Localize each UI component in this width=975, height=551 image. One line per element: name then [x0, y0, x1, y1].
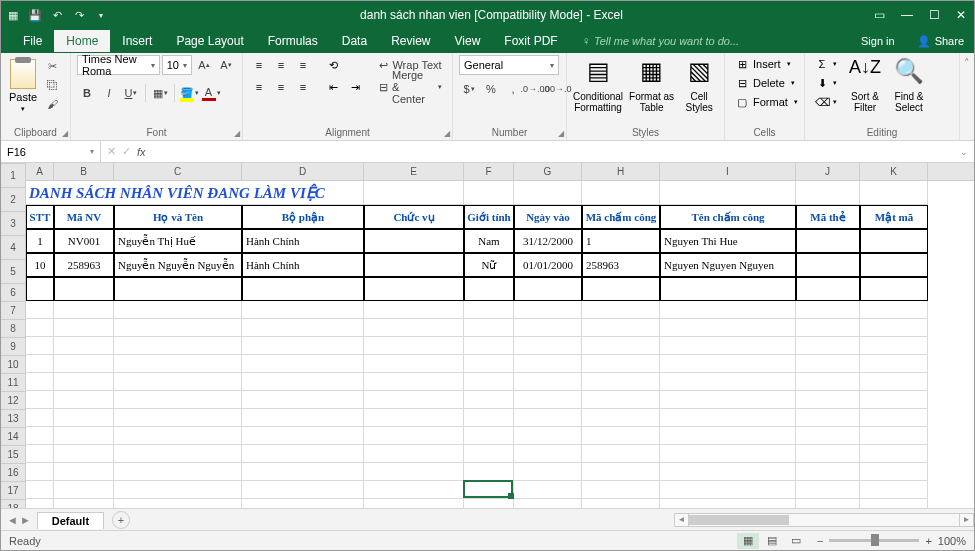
cell[interactable] [660, 499, 796, 508]
row-header[interactable]: 8 [1, 320, 25, 338]
cell[interactable] [514, 499, 582, 508]
cell[interactable]: Mã NV [54, 205, 114, 229]
cell[interactable] [464, 277, 514, 301]
sheet-nav-next-icon[interactable]: ► [20, 514, 31, 526]
col-header[interactable]: A [26, 163, 54, 180]
cell[interactable] [796, 481, 860, 499]
cell[interactable] [464, 481, 514, 499]
col-header[interactable]: C [114, 163, 242, 180]
cell[interactable] [582, 445, 660, 463]
cell[interactable]: Bộ phận [242, 205, 364, 229]
tab-foxit[interactable]: Foxit PDF [492, 30, 569, 52]
cell[interactable] [860, 253, 928, 277]
row-header[interactable]: 18 [1, 500, 25, 508]
cell[interactable] [860, 427, 928, 445]
qat-customize-icon[interactable]: ▾ [93, 11, 109, 20]
cell[interactable] [464, 409, 514, 427]
cell[interactable] [26, 481, 54, 499]
cell[interactable] [26, 499, 54, 508]
cell[interactable] [364, 445, 464, 463]
cell[interactable] [514, 373, 582, 391]
col-header[interactable]: J [796, 163, 860, 180]
collapse-ribbon-icon[interactable]: ˄ [964, 57, 970, 70]
cell[interactable] [364, 301, 464, 319]
cell[interactable]: NV001 [54, 229, 114, 253]
row-header[interactable]: 3 [1, 212, 25, 236]
cell[interactable] [26, 373, 54, 391]
sheet-nav-prev-icon[interactable]: ◄ [7, 514, 18, 526]
expand-formula-bar-icon[interactable]: ⌄ [954, 147, 974, 157]
cell[interactable]: 1 [582, 229, 660, 253]
cell[interactable] [242, 301, 364, 319]
cell[interactable] [582, 499, 660, 508]
cell[interactable] [364, 499, 464, 508]
cell[interactable]: Nữ [464, 253, 514, 277]
cell[interactable] [54, 277, 114, 301]
cell[interactable] [54, 409, 114, 427]
row-header[interactable]: 16 [1, 464, 25, 482]
name-box[interactable]: F16▾ [1, 141, 101, 162]
cell[interactable] [364, 427, 464, 445]
cell[interactable]: DANH SÁCH NHÂN VIÊN ĐANG LÀM VIỆC [26, 181, 364, 205]
cell[interactable] [364, 391, 464, 409]
cell[interactable] [242, 277, 364, 301]
col-header[interactable]: E [364, 163, 464, 180]
view-page-layout-icon[interactable]: ▤ [761, 533, 783, 549]
cell-styles-button[interactable]: ▧Cell Styles [680, 55, 718, 113]
cell[interactable] [660, 409, 796, 427]
cell[interactable] [660, 277, 796, 301]
cell[interactable] [582, 319, 660, 337]
font-name-combo[interactable]: Times New Roma▾ [77, 55, 160, 75]
cell[interactable]: Hành Chính [242, 229, 364, 253]
sort-filter-button[interactable]: A↓ZSort & Filter [845, 55, 885, 113]
cell[interactable]: Họ và Tên [114, 205, 242, 229]
shrink-font-icon[interactable]: A▾ [216, 55, 236, 75]
cells-delete-button[interactable]: ⊟Delete▾ [731, 74, 802, 92]
font-color-icon[interactable]: A [201, 83, 221, 103]
cell[interactable] [860, 355, 928, 373]
sheet-tab-default[interactable]: Default [37, 512, 104, 529]
undo-icon[interactable]: ↶ [49, 9, 65, 22]
cell[interactable] [514, 481, 582, 499]
cell[interactable] [514, 463, 582, 481]
cell[interactable] [242, 463, 364, 481]
cell[interactable] [54, 301, 114, 319]
cell[interactable] [860, 409, 928, 427]
cell[interactable] [114, 463, 242, 481]
cell[interactable] [860, 463, 928, 481]
zoom-in-icon[interactable]: + [925, 535, 931, 547]
cell[interactable] [242, 427, 364, 445]
cell[interactable] [26, 355, 54, 373]
cell[interactable] [514, 445, 582, 463]
alignment-launcher-icon[interactable]: ◢ [444, 129, 450, 138]
cell[interactable] [242, 337, 364, 355]
cell[interactable] [660, 337, 796, 355]
worksheet-grid[interactable]: 12345678910111213141516171819 ABCDEFGHIJ… [1, 163, 974, 508]
row-header[interactable]: 13 [1, 410, 25, 428]
cell[interactable] [54, 427, 114, 445]
cell[interactable] [464, 463, 514, 481]
cell[interactable] [582, 277, 660, 301]
cell[interactable] [242, 481, 364, 499]
cell[interactable]: Nguyễn Thị Huế [114, 229, 242, 253]
indent-increase-icon[interactable]: ⇥ [345, 77, 365, 97]
cell[interactable] [242, 499, 364, 508]
tab-pagelayout[interactable]: Page Layout [164, 30, 255, 52]
cell[interactable] [26, 277, 54, 301]
cell[interactable]: 258963 [582, 253, 660, 277]
cell[interactable] [796, 427, 860, 445]
cell[interactable] [464, 301, 514, 319]
cell[interactable] [54, 319, 114, 337]
formula-input[interactable] [152, 141, 954, 162]
cell[interactable] [114, 481, 242, 499]
number-launcher-icon[interactable]: ◢ [558, 129, 564, 138]
cell[interactable] [364, 181, 464, 205]
tab-file[interactable]: File [11, 30, 54, 52]
cell[interactable] [796, 499, 860, 508]
cell[interactable] [582, 301, 660, 319]
cell[interactable] [860, 445, 928, 463]
col-header[interactable]: I [660, 163, 796, 180]
align-top-icon[interactable]: ≡ [249, 55, 269, 75]
find-select-button[interactable]: 🔍Find & Select [889, 55, 929, 113]
cell[interactable] [242, 355, 364, 373]
